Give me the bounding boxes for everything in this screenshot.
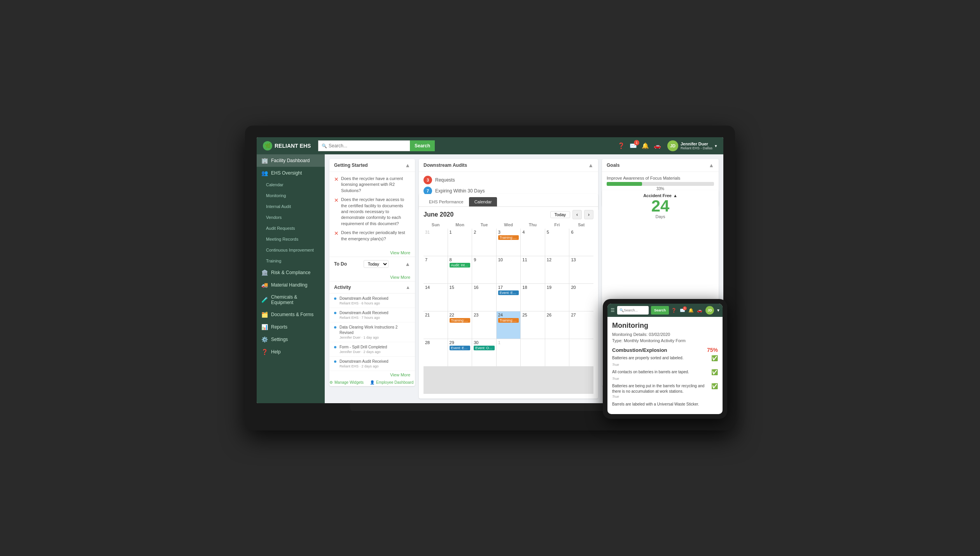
documents-icon: 🗂️ xyxy=(261,311,268,318)
audit-badge-requests[interactable]: 3 Requests xyxy=(424,176,593,184)
sidebar-item-material-handling[interactable]: 🚚 Material Handling xyxy=(257,279,325,291)
cal-cell-jun24[interactable]: 24Training: EHS Awareness xyxy=(497,311,521,339)
sidebar-item-chemicals-equipment[interactable]: 🧪 Chemicals & Equipment xyxy=(257,291,325,308)
cal-cell-jun22[interactable]: 22Training: EHS Awareness xyxy=(448,311,472,339)
employee-dashboard-link[interactable]: 👤 Employee Dashboard xyxy=(370,380,413,385)
sidebar-item-help[interactable]: ❓ Help xyxy=(257,346,325,358)
cal-cell-jun9[interactable]: 9 xyxy=(472,256,496,283)
getting-started-widget: Getting Started ▲ ✕ Does the recycler ha… xyxy=(329,159,415,386)
mobile-bell-icon[interactable]: 🔔 xyxy=(688,308,694,313)
cal-cell-jun21[interactable]: 21 xyxy=(424,311,448,339)
tab-calendar[interactable]: Calendar xyxy=(469,197,497,206)
cal-cell-jun3[interactable]: 3Training: EHS Awareness xyxy=(497,229,521,256)
cal-cell-jun15[interactable]: 15 xyxy=(448,284,472,311)
getting-started-close[interactable]: ▲ xyxy=(405,162,410,168)
prev-month-button[interactable]: ‹ xyxy=(572,210,582,219)
cal-cell-jun1[interactable]: 1 xyxy=(448,229,472,256)
cal-cell-jun5[interactable]: 5 xyxy=(545,229,569,256)
search-button[interactable]: Search xyxy=(410,140,435,151)
cal-cell-jul4[interactable] xyxy=(569,339,593,366)
sidebar-item-audit-requests[interactable]: Audit Requests xyxy=(257,223,325,234)
vehicle-icon-btn[interactable]: 🚗 xyxy=(654,142,661,149)
sidebar-item-internal-audit[interactable]: Internal Audit xyxy=(257,201,325,212)
downstream-collapse-btn[interactable]: ▲ xyxy=(588,162,593,168)
cal-cell-jun13[interactable]: 13 xyxy=(569,256,593,283)
mobile-check-row-2: All contacts on batteries in barrels are… xyxy=(612,369,718,376)
mobile-check-1: Batteries are properly sorted and labele… xyxy=(612,355,718,367)
cal-cell-jun29[interactable]: 29Event: External Audit xyxy=(448,339,472,366)
event-external-audit-1: Event: External Aud... xyxy=(498,290,519,295)
today-button[interactable]: Today xyxy=(550,211,570,218)
getting-started-view-more[interactable]: View More xyxy=(329,249,415,257)
activity-collapse-btn[interactable]: ▲ xyxy=(406,285,410,290)
sidebar-item-vendors[interactable]: Vendors xyxy=(257,212,325,223)
sidebar-item-monitoring[interactable]: Monitoring xyxy=(257,190,325,201)
sidebar-item-facility-dashboard[interactable]: 🏢 Facility Dashboard xyxy=(257,154,325,167)
todo-filter-select[interactable]: Today xyxy=(364,260,388,268)
cal-cell-jun10[interactable]: 10 xyxy=(497,256,521,283)
cal-cell-jun12[interactable]: 12 xyxy=(545,256,569,283)
tab-ehs-performance[interactable]: EHS Performance xyxy=(424,197,469,206)
calendar-header: June 2020 Today ‹ › xyxy=(419,207,598,222)
cal-cell-jun28[interactable]: 28 xyxy=(424,339,448,366)
cal-cell-jun23[interactable]: 23 xyxy=(472,311,496,339)
cal-cell-jul2[interactable] xyxy=(521,339,545,366)
top-icons: ❓ ✉️ 1 🔔 🚗 xyxy=(618,142,661,149)
cal-cell-jun14[interactable]: 14 xyxy=(424,284,448,311)
mobile-check-text-1: Batteries are properly sorted and labele… xyxy=(612,355,683,361)
sidebar-item-meeting-records[interactable]: Meeting Records xyxy=(257,234,325,245)
cal-cell-jun17[interactable]: 17Event: External Aud... xyxy=(497,284,521,311)
goals-collapse-btn[interactable]: ▲ xyxy=(709,162,714,168)
cal-cell-jun2[interactable]: 2 xyxy=(472,229,496,256)
mobile-true-2: True xyxy=(612,376,718,381)
cal-cell-jun30[interactable]: 30Event: Other Event xyxy=(472,339,496,366)
mobile-avatar[interactable]: JD xyxy=(705,306,714,315)
cal-cell-jun11[interactable]: 11 xyxy=(521,256,545,283)
cal-cell-jul3[interactable] xyxy=(545,339,569,366)
cal-cell-jul1[interactable]: 1 xyxy=(497,339,521,366)
mail-icon-btn[interactable]: ✉️ 1 xyxy=(630,142,637,149)
mobile-mail-icon[interactable]: ✉️1 xyxy=(680,308,685,313)
cal-cell-jun6[interactable]: 6 xyxy=(569,229,593,256)
activity-view-more[interactable]: View More xyxy=(329,371,415,379)
sidebar-item-documents-forms[interactable]: 🗂️ Documents & Forms xyxy=(257,308,325,321)
sidebar: 🏢 Facility Dashboard 👥 EHS Oversight Cal… xyxy=(257,154,325,403)
activity-dot-3 xyxy=(334,326,336,329)
manage-widgets-link[interactable]: ⚙ Manage Widgets xyxy=(329,380,364,385)
cal-cell-jun4[interactable]: 4 xyxy=(521,229,545,256)
sidebar-item-calendar[interactable]: Calendar xyxy=(257,179,325,190)
sidebar-item-ehs-oversight[interactable]: 👥 EHS Oversight xyxy=(257,167,325,179)
sidebar-item-risk-compliance[interactable]: 🏛️ Risk & Compliance xyxy=(257,266,325,279)
mobile-menu-icon[interactable]: ☰ xyxy=(611,308,615,313)
next-month-button[interactable]: › xyxy=(584,210,593,219)
cal-cell-jun20[interactable]: 20 xyxy=(569,284,593,311)
cal-cell-jun26[interactable]: 26 xyxy=(545,311,569,339)
sidebar-item-settings[interactable]: ⚙️ Settings xyxy=(257,333,325,346)
bell-icon-btn[interactable]: 🔔 xyxy=(642,142,649,149)
sidebar-item-continuous-improvement[interactable]: Continuous Improvement xyxy=(257,245,325,255)
sidebar-item-reports[interactable]: 📊 Reports xyxy=(257,321,325,333)
training-label: Training xyxy=(266,259,281,263)
cal-cell-jun18[interactable]: 18 xyxy=(521,284,545,311)
cal-cell-jun19[interactable]: 19 xyxy=(545,284,569,311)
mobile-search-button[interactable]: Search xyxy=(651,306,669,315)
sidebar-item-facility-label: Facility Dashboard xyxy=(271,158,310,163)
cal-cell-jun25[interactable]: 25 xyxy=(521,311,545,339)
cal-cell-may31[interactable]: 31 xyxy=(424,229,448,256)
cal-cell-jun7[interactable]: 7 xyxy=(424,256,448,283)
mobile-search-input[interactable] xyxy=(624,308,646,312)
cal-cell-jun8[interactable]: 8Audit: Internal Audit xyxy=(448,256,472,283)
sidebar-item-training[interactable]: Training xyxy=(257,255,325,266)
employee-dashboard-label: Employee Dashboard xyxy=(376,380,413,385)
help-icon-btn[interactable]: ❓ xyxy=(618,142,625,149)
mobile-help-icon[interactable]: ❓ xyxy=(671,308,677,313)
cal-cell-jun27[interactable]: 27 xyxy=(569,311,593,339)
cal-cell-jun16[interactable]: 16 xyxy=(472,284,496,311)
search-input[interactable] xyxy=(329,143,407,149)
downstream-title: Downstream Audits xyxy=(424,163,467,168)
mobile-vehicle-icon[interactable]: 🚗 xyxy=(697,308,702,313)
todo-collapse-btn[interactable]: ▲ xyxy=(405,261,410,267)
user-menu[interactable]: JD Jennifer Duer Reliant EHS - Dallas ▾ xyxy=(667,140,717,151)
todo-view-more[interactable]: View More xyxy=(329,273,415,281)
mobile-search-icon: 🔍 xyxy=(620,308,624,312)
